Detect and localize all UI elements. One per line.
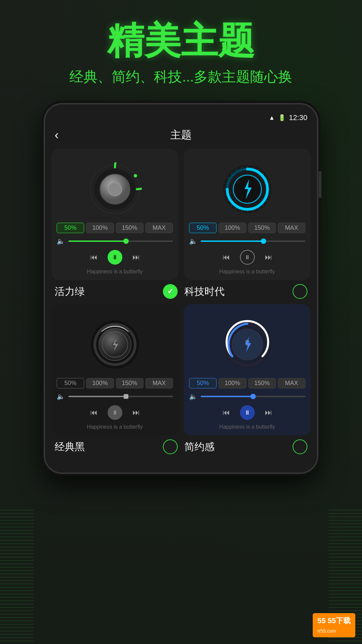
pct-100-min[interactable]: 100% bbox=[219, 378, 246, 388]
svg-point-2 bbox=[134, 174, 137, 177]
play-btn-green[interactable]: ⏸ bbox=[108, 250, 122, 265]
volume-row-cyan: 🔈 bbox=[189, 237, 305, 245]
playback-min: ⏮ ⏸ ⏭ bbox=[189, 405, 305, 420]
knob-area-green bbox=[57, 156, 173, 223]
song-title-green: Happiness is a butterfly bbox=[57, 269, 173, 275]
pct-150-min[interactable]: 150% bbox=[248, 378, 276, 388]
pct-50-green[interactable]: 50% bbox=[57, 223, 84, 233]
circle-min[interactable] bbox=[293, 439, 307, 454]
sub-title: 经典、简约、科技...多款主题随心换 bbox=[13, 67, 349, 86]
theme-card-green[interactable]: 50% 100% 150% MAX 🔈 bbox=[51, 149, 178, 280]
volume-row-min: 🔈 bbox=[189, 392, 305, 400]
main-title: 精美主题 bbox=[13, 20, 349, 61]
pct-100-cyan[interactable]: 100% bbox=[219, 223, 246, 233]
label-green: 活力绿 bbox=[55, 285, 163, 299]
percent-buttons-cyan: 50% 100% 150% MAX bbox=[189, 223, 305, 233]
battery-icon: 🔋 bbox=[278, 114, 286, 121]
prev-btn-classic[interactable]: ⏮ bbox=[90, 408, 98, 417]
volume-row-green: 🔈 bbox=[57, 237, 173, 245]
volume-icon-cyan: 🔈 bbox=[189, 237, 197, 245]
back-button[interactable]: ‹ bbox=[55, 128, 59, 142]
knob-svg-cyan bbox=[221, 162, 274, 216]
playback-green: ⏮ ⏸ ⏭ bbox=[57, 250, 173, 265]
song-title-min: Happiness is a butterfly bbox=[189, 424, 305, 430]
volume-icon-green: 🔈 bbox=[57, 237, 65, 245]
knob-svg-classic bbox=[88, 318, 142, 371]
circle-cyan[interactable] bbox=[293, 284, 307, 299]
status-bar: ▲ 🔋 12:30 bbox=[45, 111, 317, 125]
pct-max-classic[interactable]: MAX bbox=[145, 378, 173, 388]
playback-cyan: ⏮ ⏸ ⏭ bbox=[189, 250, 305, 265]
volume-icon-min: 🔈 bbox=[189, 392, 197, 400]
percent-buttons-min: 50% 100% 150% MAX bbox=[189, 378, 305, 388]
pct-max-green[interactable]: MAX bbox=[145, 223, 173, 233]
status-time: 12:30 bbox=[289, 113, 307, 122]
pct-50-classic[interactable]: 50% bbox=[57, 378, 84, 388]
play-btn-classic[interactable]: ⏸ bbox=[108, 405, 122, 420]
knob-svg-green bbox=[88, 162, 142, 216]
prev-btn-green[interactable]: ⏮ bbox=[90, 253, 98, 262]
label-min: 简约感 bbox=[184, 440, 293, 454]
nav-title: 主题 bbox=[170, 128, 192, 143]
percent-buttons-classic: 50% 100% 150% MAX bbox=[57, 378, 173, 388]
volume-row-classic: 🔈 bbox=[57, 392, 173, 400]
prev-btn-cyan[interactable]: ⏮ bbox=[223, 253, 230, 262]
theme-row-2: 50% 100% 150% MAX 🔈 bbox=[51, 304, 311, 435]
signal-icon: ▲ bbox=[269, 114, 275, 121]
phone-mockup: ▲ 🔋 12:30 ‹ 主题 bbox=[44, 103, 318, 474]
theme-grid: 50% 100% 150% MAX 🔈 bbox=[45, 149, 317, 460]
next-btn-cyan[interactable]: ⏭ bbox=[265, 253, 272, 262]
knob-svg-minimalist bbox=[221, 318, 274, 371]
pct-150-classic[interactable]: 150% bbox=[116, 378, 143, 388]
theme-card-classic[interactable]: 50% 100% 150% MAX 🔈 bbox=[51, 304, 178, 435]
playback-classic: ⏮ ⏸ ⏭ bbox=[57, 405, 173, 420]
knob-area-classic bbox=[57, 311, 173, 378]
theme-card-cyan[interactable]: 50% 100% 150% MAX 🔈 bbox=[184, 149, 311, 280]
watermark-text: 55下载 bbox=[328, 616, 351, 625]
pct-150-green[interactable]: 150% bbox=[116, 223, 143, 233]
next-btn-classic[interactable]: ⏭ bbox=[132, 408, 140, 417]
label-classic: 经典黑 bbox=[55, 440, 163, 454]
theme-row-1: 50% 100% 150% MAX 🔈 bbox=[51, 149, 311, 280]
knob-area-minimalist bbox=[189, 311, 305, 378]
pct-max-cyan[interactable]: MAX bbox=[278, 223, 305, 233]
svg-point-4 bbox=[108, 182, 122, 196]
theme-card-minimalist[interactable]: 50% 100% 150% MAX 🔈 bbox=[184, 304, 311, 435]
slider-min[interactable] bbox=[201, 396, 305, 397]
watermark: 55 55下载 rr55.com bbox=[313, 613, 355, 637]
volume-icon-classic: 🔈 bbox=[57, 392, 65, 400]
pct-max-min[interactable]: MAX bbox=[278, 378, 305, 388]
label-cyan: 科技时代 bbox=[184, 285, 293, 299]
slider-green[interactable] bbox=[68, 240, 173, 242]
song-title-cyan: Happiness is a butterfly bbox=[189, 269, 305, 275]
header-section: 精美主题 经典、简约、科技...多款主题随心换 bbox=[0, 0, 362, 96]
percent-buttons-green: 50% 100% 150% MAX bbox=[57, 223, 173, 233]
next-btn-min[interactable]: ⏭ bbox=[265, 408, 272, 417]
watermark-logo: 55 bbox=[317, 616, 325, 625]
circle-classic[interactable] bbox=[163, 439, 178, 454]
pct-100-classic[interactable]: 100% bbox=[86, 378, 114, 388]
check-green[interactable]: ✓ bbox=[163, 284, 178, 299]
next-btn-green[interactable]: ⏭ bbox=[132, 253, 140, 262]
pct-50-cyan[interactable]: 50% bbox=[189, 223, 217, 233]
slider-classic[interactable] bbox=[68, 396, 173, 397]
pct-150-cyan[interactable]: 150% bbox=[248, 223, 276, 233]
top-nav: ‹ 主题 bbox=[45, 125, 317, 149]
knob-area-cyan bbox=[189, 156, 305, 223]
pct-50-min[interactable]: 50% bbox=[189, 378, 217, 388]
play-btn-min[interactable]: ⏸ bbox=[240, 405, 255, 420]
play-btn-cyan[interactable]: ⏸ bbox=[240, 250, 255, 265]
pct-100-green[interactable]: 100% bbox=[86, 223, 114, 233]
watermark-site: rr55.com bbox=[317, 628, 336, 634]
slider-cyan[interactable] bbox=[201, 240, 305, 242]
song-title-classic: Happiness is a butterfly bbox=[57, 424, 173, 430]
prev-btn-min[interactable]: ⏮ bbox=[223, 408, 230, 417]
